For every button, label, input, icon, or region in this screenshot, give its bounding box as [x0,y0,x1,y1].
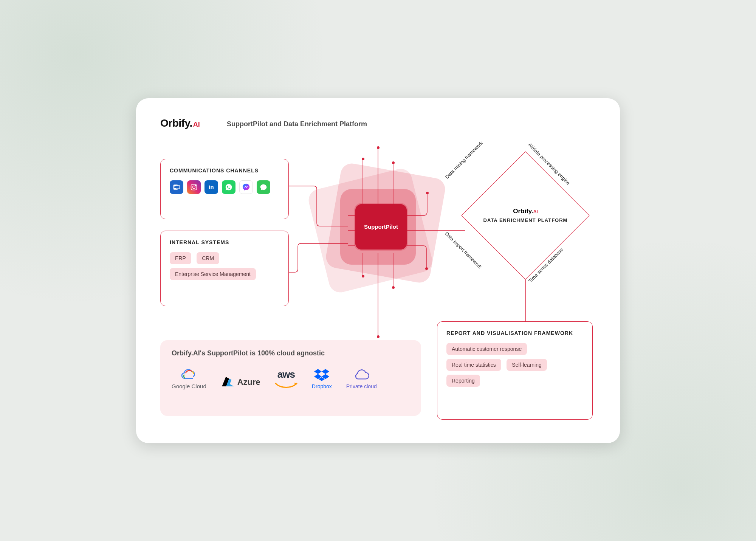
panel-communications-title: COMMUNICATIONS CHANNELS [170,167,279,174]
supportpilot-label: SupportPilot [364,223,398,230]
svg-rect-14 [176,185,180,188]
supportpilot-core: SupportPilot [355,204,407,250]
svg-point-17 [193,186,195,188]
pill-realtime: Real time statistics [446,359,501,371]
provider-private-cloud: Private cloud [346,368,377,389]
provider-dropbox: Dropbox [312,368,332,389]
google-cloud-icon [181,367,197,381]
provider-azure: Azure [221,375,260,389]
pill-reporting: Reporting [446,375,480,387]
supportpilot-hub: SupportPilot [318,170,438,291]
logo-text: Orbify. [160,117,192,129]
pill-erp: ERP [170,252,191,264]
diamond-title: DATA ENRICHMENT PLATFORM [483,217,568,223]
pill-auto-response: Automatic customer response [446,343,527,355]
data-enrichment-diamond: Orbify.AI DATA ENRICHMENT PLATFORM Data … [465,155,586,276]
messenger-icon [239,180,253,194]
pill-esm: Enterprise Service Management [170,268,256,280]
aws-smile-icon [275,383,297,389]
panel-internal: INTERNAL SYSTEMS ERP CRM Enterprise Serv… [160,231,289,306]
provider-google-cloud: Google Cloud [172,367,206,389]
dropbox-icon [314,368,329,381]
cloud-banner-title: Orbify.AI's SupportPilot is 100% cloud a… [172,349,410,357]
whatsapp-icon [222,180,235,194]
pill-self-learning: Self-learning [507,359,547,371]
azure-icon [221,375,235,389]
page-title: SupportPilot and Data Enrichment Platfor… [227,120,367,128]
panel-internal-title: INTERNAL SYSTEMS [170,239,279,245]
panel-communications: COMMUNICATIONS CHANNELS in [160,159,289,219]
panel-report: REPORT AND VISUALISATION FRAMEWORK Autom… [437,321,593,420]
outlook-icon [170,180,183,194]
panel-report-title: REPORT AND VISUALISATION FRAMEWORK [446,330,583,336]
logo-suffix: AI [193,121,200,129]
svg-point-15 [174,186,176,188]
private-cloud-icon [353,368,370,381]
instagram-icon [187,180,201,194]
cloud-banner: Orbify.AI's SupportPilot is 100% cloud a… [160,340,421,416]
aws-wordmark: aws [277,369,295,380]
diamond-logo: Orbify.AI [513,208,538,215]
pill-crm: CRM [197,252,219,264]
diagram-card: Orbify. AI SupportPilot and Data Enrichm… [136,98,620,443]
provider-aws: aws [275,369,297,389]
brand-logo: Orbify. AI [160,117,200,129]
linkedin-icon: in [204,180,218,194]
svg-point-18 [195,185,196,186]
communications-icon-row: in [170,180,279,194]
imessage-icon [257,180,270,194]
